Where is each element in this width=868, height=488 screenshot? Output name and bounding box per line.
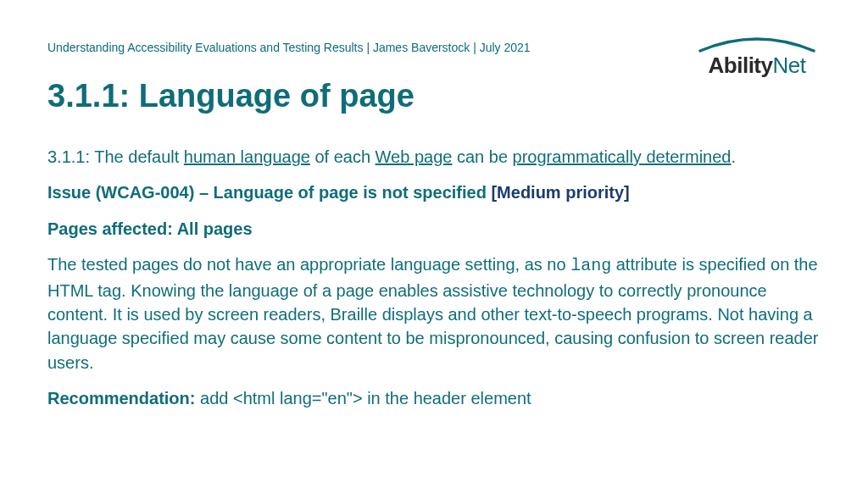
brand-logo: AbilityNet (693, 34, 821, 79)
issue-line: Issue (WCAG-004) – Language of page is n… (47, 180, 821, 204)
issue-description: The tested pages do not have an appropri… (47, 252, 821, 374)
pages-affected: Pages affected: All pages (47, 217, 821, 241)
criterion-suffix: . (731, 147, 736, 166)
logo-brand-b: Net (772, 53, 805, 78)
issue-title: Issue (WCAG-004) – Language of page is n… (47, 183, 491, 202)
page-title: 3.1.1: Language of page (47, 78, 821, 114)
success-criterion: 3.1.1: The default human language of eac… (47, 145, 821, 169)
issue-priority: [Medium priority] (491, 183, 629, 202)
recommendation-label: Recommendation: (47, 389, 195, 408)
logo-text: AbilityNet (693, 53, 821, 79)
criterion-mid2: can be (452, 147, 512, 166)
link-programmatically-determined[interactable]: programmatically determined (513, 147, 732, 166)
logo-arc-icon (693, 34, 821, 53)
description-part1: The tested pages do not have an appropri… (47, 255, 570, 274)
criterion-mid1: of each (310, 147, 376, 166)
link-web-page[interactable]: Web page (376, 147, 453, 166)
code-lang: lang (570, 256, 611, 275)
criterion-prefix: 3.1.1: The default (47, 147, 184, 166)
recommendation: Recommendation: add <html lang="en"> in … (47, 386, 821, 410)
content-body: 3.1.1: The default human language of eac… (47, 145, 821, 411)
link-human-language[interactable]: human language (184, 147, 310, 166)
logo-brand-a: Ability (709, 53, 773, 78)
recommendation-text: add <html lang="en"> in the header eleme… (195, 389, 531, 408)
